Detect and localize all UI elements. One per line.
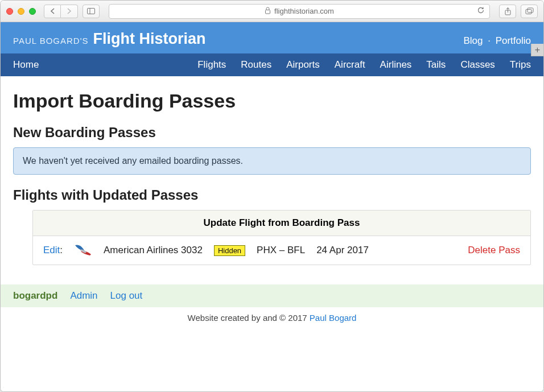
nav-tails[interactable]: Tails — [426, 53, 446, 76]
nav-buttons — [44, 5, 78, 18]
lock-icon — [265, 7, 271, 16]
table-header: Update Flight from Boarding Pass — [33, 211, 530, 236]
nav-flights[interactable]: Flights — [197, 53, 226, 76]
section-new-passes: New Boarding Passes — [13, 125, 531, 141]
window-controls — [6, 8, 36, 15]
colon: : — [60, 245, 63, 255]
address-bar[interactable]: flighthistorian.com — [109, 4, 490, 19]
edit-link[interactable]: Edit — [43, 245, 60, 255]
nav-airlines[interactable]: Airlines — [380, 53, 412, 76]
admin-link[interactable]: Admin — [70, 290, 97, 302]
back-button[interactable] — [44, 5, 61, 18]
svg-rect-4 — [526, 10, 531, 14]
browser-window: flighthistorian.com + PAUL BOGARD'S Flig… — [0, 0, 544, 392]
brand-title: Flight Historian — [93, 30, 206, 48]
sidebar-button[interactable] — [83, 5, 100, 18]
brand-owner: PAUL BOGARD'S — [13, 36, 89, 46]
viewport: + PAUL BOGARD'S Flight Historian Blog · … — [1, 22, 543, 391]
nav-aircraft[interactable]: Aircraft — [335, 53, 365, 76]
nav-classes[interactable]: Classes — [460, 53, 494, 76]
minimize-window-button[interactable] — [18, 8, 24, 15]
flight-name: American Airlines 3032 — [104, 245, 203, 256]
flight-route: PHX – BFL — [257, 245, 305, 256]
brand[interactable]: PAUL BOGARD'S Flight Historian — [13, 30, 206, 48]
footer-author-link[interactable]: Paul Bogard — [310, 313, 357, 323]
portfolio-link[interactable]: Portfolio — [496, 35, 531, 46]
empty-passes-message: We haven't yet received any emailed boar… — [13, 147, 531, 175]
site-banner: PAUL BOGARD'S Flight Historian Blog · Po… — [1, 22, 543, 53]
site-footer: Website created by and © 2017 Paul Bogar… — [1, 307, 543, 331]
edit-cell: Edit: — [43, 245, 63, 256]
blog-link[interactable]: Blog — [463, 35, 483, 46]
main-nav: Home Flights Routes Airports Aircraft Ai… — [1, 53, 543, 76]
banner-links: Blog · Portfolio — [463, 35, 531, 47]
updated-passes-table: Update Flight from Boarding Pass Edit: A… — [32, 210, 531, 265]
reload-button[interactable] — [477, 6, 485, 16]
page-title: Import Boarding Passes — [13, 90, 531, 112]
close-window-button[interactable] — [6, 8, 13, 15]
address-domain: flighthistorian.com — [274, 7, 334, 15]
section-updated-passes: Flights with Updated Passes — [13, 187, 531, 203]
new-tab-button[interactable]: + — [531, 44, 543, 56]
share-button[interactable] — [499, 5, 516, 18]
forward-button[interactable] — [61, 5, 78, 18]
airline-logo-icon — [74, 243, 92, 258]
toolbar-right — [499, 5, 538, 18]
table-row: Edit: American Airlines 3032 Hidden PHX … — [33, 236, 530, 265]
footer-text: Website created by and © 2017 — [188, 313, 310, 323]
zoom-window-button[interactable] — [29, 8, 36, 15]
nav-right: Flights Routes Airports Aircraft Airline… — [197, 53, 531, 76]
tabs-button[interactable] — [521, 5, 538, 18]
svg-rect-5 — [527, 8, 533, 13]
separator-dot: · — [485, 35, 493, 46]
nav-home[interactable]: Home — [13, 53, 39, 76]
logout-link[interactable]: Log out — [110, 290, 143, 302]
browser-titlebar: flighthistorian.com — [1, 1, 543, 22]
current-username: bogardpd — [13, 290, 57, 302]
nav-routes[interactable]: Routes — [241, 53, 271, 76]
user-bar: bogardpd Admin Log out — [1, 284, 543, 307]
svg-rect-0 — [88, 9, 95, 14]
flight-date: 24 Apr 2017 — [316, 245, 369, 256]
page-content: Import Boarding Passes New Boarding Pass… — [1, 76, 543, 265]
hidden-badge: Hidden — [214, 245, 245, 256]
nav-airports[interactable]: Airports — [286, 53, 320, 76]
svg-rect-2 — [266, 10, 270, 14]
nav-trips[interactable]: Trips — [510, 53, 531, 76]
delete-pass-link[interactable]: Delete Pass — [468, 245, 520, 256]
